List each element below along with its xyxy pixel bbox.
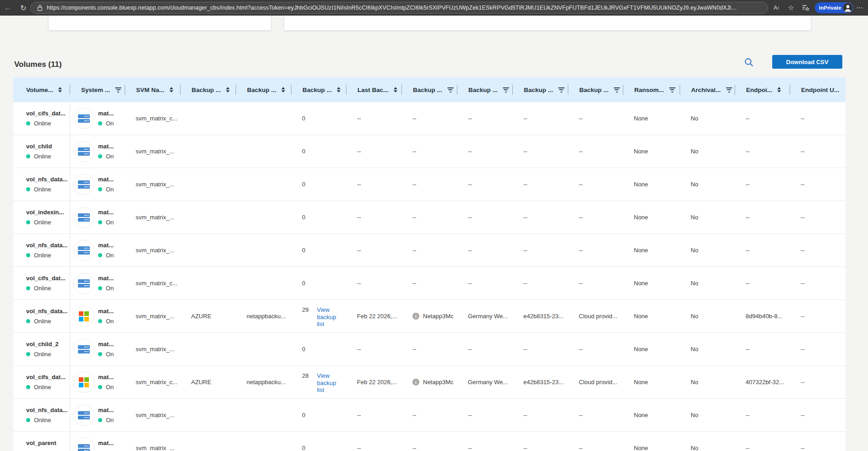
profile-avatar[interactable] [843, 3, 853, 13]
back-icon[interactable]: ← [1, 0, 15, 16]
archival-cell: No [680, 432, 735, 451]
filter-icon[interactable] [726, 87, 732, 92]
backup-target-value: -- [412, 115, 417, 122]
last-backup-cell: -- [346, 432, 402, 451]
volume-cell: vol_nfs_data...Online [13, 234, 70, 266]
view-backup-list-link[interactable]: View backup list [317, 372, 343, 394]
view-backup-list-link[interactable]: View backup list [317, 306, 343, 328]
onprem-system-icon [73, 405, 94, 426]
backup-policy-cell: netappbacku... [236, 300, 291, 332]
backup-target-cell: iNetapp3Mc [402, 366, 457, 398]
column-header-1[interactable]: Volume... [13, 77, 70, 102]
column-header-10[interactable]: Backup ... [513, 77, 568, 102]
column-header-12[interactable]: Ransom... [623, 77, 680, 102]
volume-name: vol_indexin... [26, 209, 64, 216]
column-header-4[interactable]: Backup ... [181, 77, 236, 102]
filter-icon[interactable] [503, 87, 509, 92]
volume-name: vol_cifs_dat... [26, 374, 66, 380]
volume-cell: vol_cifs_dat...Online [13, 102, 70, 135]
sort-icon[interactable] [226, 87, 230, 93]
backup-target-cell: -- [402, 399, 457, 431]
column-header-14[interactable]: Endpoi... [735, 77, 790, 102]
status-dot-icon [98, 352, 102, 356]
column-header-7[interactable]: Last Bac... [346, 77, 402, 102]
system-state-label: On [106, 252, 114, 259]
status-dot-icon [26, 187, 30, 191]
system-info: mat...On [98, 143, 114, 160]
backup-count-cell: 0 [291, 102, 346, 135]
filter-icon[interactable] [669, 87, 676, 92]
download-csv-button[interactable]: Download CSV [772, 55, 842, 69]
url-text[interactable]: https://components.console.bluexp.netapp… [47, 5, 737, 11]
backup-target-cell: -- [402, 234, 457, 266]
system-name: mat... [98, 275, 114, 282]
last-backup-cell: -- [346, 267, 402, 299]
column-header-5[interactable]: Backup ... [236, 77, 291, 102]
filter-icon[interactable] [115, 87, 121, 92]
region-cell: -- [457, 267, 513, 299]
refresh-icon[interactable]: ↻ [16, 0, 30, 16]
column-label: Ransom... [634, 87, 664, 93]
lock-icon [37, 5, 43, 11]
browser-menu-icon[interactable]: ⋯ [853, 0, 866, 16]
working-environment-cell [181, 399, 236, 431]
table-row: vol_nfs_data...Onlinemat...Onsvm_matrix_… [13, 399, 846, 432]
column-header-9[interactable]: Backup ... [457, 77, 513, 102]
read-aloud-icon[interactable]: A⦅ [770, 0, 783, 16]
collections-icon[interactable] [799, 0, 812, 16]
archival-cell: No [680, 201, 735, 234]
azure-system-icon [73, 306, 94, 327]
filter-icon[interactable] [447, 87, 454, 92]
ransomware-cell: None [623, 300, 680, 332]
info-icon[interactable]: i [412, 313, 419, 320]
column-header-8[interactable]: Backup ... [402, 77, 457, 102]
address-bar[interactable]: https://components.console.bluexp.netapp… [30, 2, 768, 14]
sort-icon[interactable] [58, 87, 62, 93]
column-header-3[interactable]: SVM Na... [125, 77, 181, 102]
ransomware-cell: None [623, 333, 680, 365]
filter-icon[interactable] [558, 87, 565, 92]
filter-icon[interactable] [614, 87, 620, 92]
backup-count: 0 [302, 247, 305, 254]
backup-policy-cell [236, 168, 291, 201]
column-label: Archival... [691, 87, 721, 93]
working-environment-cell [181, 168, 236, 201]
volume-status-badge: Online [26, 186, 51, 193]
volume-cell: vol_nfs_data...Online [13, 300, 70, 332]
column-header-6[interactable]: Backup ... [291, 77, 346, 102]
ransomware-cell: None [623, 201, 680, 234]
system-info: mat...On [98, 440, 114, 451]
column-header-11[interactable]: Backup ... [568, 77, 623, 102]
svm-name-cell: svm_matrix_c... [125, 102, 181, 135]
onprem-system-icon [73, 207, 94, 228]
system-name: mat... [98, 341, 114, 348]
sort-icon[interactable] [777, 87, 781, 93]
sort-icon[interactable] [394, 87, 397, 93]
sort-icon[interactable] [281, 87, 285, 93]
inprivate-badge[interactable]: InPrivate [815, 2, 853, 13]
volume-status-badge: Online [26, 153, 51, 160]
info-icon[interactable]: i [412, 379, 419, 386]
working-environment-cell [181, 201, 236, 234]
backup-id-cell: e42b8315-23... [513, 300, 568, 332]
endpoint-url-cell: -- [790, 135, 846, 168]
column-label: Endpoi... [746, 87, 772, 93]
endpoint-url-cell: -- [790, 168, 846, 201]
onprem-system-icon [73, 438, 94, 451]
system-info: mat...On [98, 275, 114, 292]
page-content: Volumes (11) Download CSV Volume...Syste… [0, 16, 868, 451]
sort-icon[interactable] [170, 87, 173, 93]
search-icon[interactable] [742, 56, 755, 69]
browser-toolbar: ← ↻ https://components.console.bluexp.ne… [0, 0, 868, 16]
svm-name-cell: svm_matrix_... [125, 333, 181, 365]
column-label: System ... [81, 87, 110, 93]
sort-icon[interactable] [337, 87, 341, 93]
column-header-13[interactable]: Archival... [680, 77, 735, 102]
favorites-star-icon[interactable]: ☆ [785, 0, 797, 16]
column-header-15[interactable]: Endpoint U... [790, 77, 846, 102]
backup-policy-cell [236, 399, 291, 431]
table-row: vol_indexin...Onlinemat...Onsvm_matrix_.… [13, 201, 846, 234]
backup-target-cell: -- [402, 168, 457, 201]
backup-id-cell: e42b8315-23... [513, 366, 568, 398]
column-header-2[interactable]: System ... [70, 77, 125, 102]
